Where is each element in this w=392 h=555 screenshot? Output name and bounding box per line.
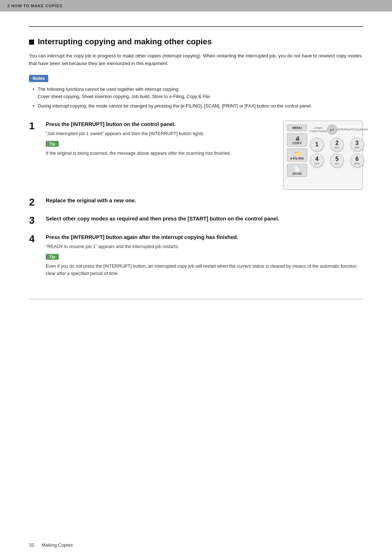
step-3-number: 3: [29, 215, 40, 226]
scan-button: 📄 SCAN: [287, 164, 307, 177]
menu-label: MENU: [289, 126, 305, 130]
section-title-text: Interrupting copying and making other co…: [38, 37, 212, 46]
efiling-button: 📁 e-FILING: [287, 149, 307, 162]
header-bar-text: 2 HOW TO MAKE COPIES: [7, 4, 62, 8]
notes-section: Notes The following functions cannot be …: [29, 75, 363, 112]
step-3: 3 Select other copy modes as required an…: [29, 215, 363, 226]
footer-chapter: Making Copies: [41, 542, 73, 548]
efiling-label: e-FILING: [289, 157, 305, 160]
key-1: 1: [310, 138, 324, 151]
key-6: 6MNO: [350, 154, 364, 167]
footer: 32 Making Copies: [0, 542, 392, 555]
interrupt-button: ↩: [327, 125, 337, 135]
bottom-divider: [29, 299, 363, 299]
scan-icon: 📄: [289, 166, 305, 172]
scan-label: SCAN: [289, 172, 305, 175]
step-4-title: Press the [INTERRUPT] button again after…: [46, 234, 363, 241]
step-2-number: 2: [29, 197, 40, 208]
step-4-number: 4: [29, 234, 40, 245]
header-bar: 2 HOW TO MAKE COPIES: [0, 0, 392, 12]
page: 2 HOW TO MAKE COPIES Interrupting copyin…: [0, 0, 392, 555]
copy-button: 🖨 COPY: [287, 133, 307, 146]
top-divider: [29, 26, 363, 27]
list-item: The following functions cannot be used t…: [33, 86, 363, 100]
step-3-content: Select other copy modes as required and …: [46, 215, 363, 224]
step-1-body: "Job interrupted job 1 saved" appears an…: [46, 130, 276, 137]
panel-left: MENU 🖨 COPY 📁 e-FILING: [287, 125, 307, 186]
menu-button: MENU: [287, 125, 307, 131]
tip-4-text: Even if you do not press the [INTERRUPT]…: [46, 263, 363, 277]
panel-right: USERFUNCTIONS ↩ INTERRUPT COUNTER 1 2ABC…: [310, 125, 368, 186]
step-1: 1 Press the [INTERRUPT] button on the co…: [29, 121, 363, 190]
control-panel-image: MENU 🖨 COPY 📁 e-FILING: [283, 121, 363, 190]
tip-1-text: If the original is being scanned, the me…: [46, 150, 276, 157]
footer-page-number: 32: [29, 542, 34, 548]
step-4-content: Press the [INTERRUPT] button again after…: [46, 234, 363, 277]
list-item: During interrupt copying, the mode canno…: [33, 102, 363, 110]
steps-container: 1 Press the [INTERRUPT] button on the co…: [29, 121, 363, 285]
step-3-title: Select other copy modes as required and …: [46, 215, 363, 222]
key-4: 4GHI: [310, 154, 324, 167]
step-2-title: Replace the original with a new one.: [46, 197, 363, 204]
intro-text: You can interrupt the copy job in progre…: [29, 52, 363, 68]
section-title: Interrupting copying and making other co…: [29, 37, 363, 46]
interrupt-label: INTERRUPT: [337, 128, 354, 131]
step-1-title: Press the [INTERRUPT] button on the cont…: [46, 121, 276, 128]
keypad: 1 2ABC 3DEF 4GHI 5JKL 6MNO: [310, 138, 368, 167]
step-4: 4 Press the [INTERRUPT] button again aft…: [29, 234, 363, 277]
step-1-content: Press the [INTERRUPT] button on the cont…: [46, 121, 363, 190]
step-2-content: Replace the original with a new one.: [46, 197, 363, 206]
key-5: 5JKL: [330, 154, 344, 167]
step-1-number: 1: [29, 121, 40, 132]
content: Interrupting copying and making other co…: [0, 12, 392, 542]
key-3: 3DEF: [350, 138, 364, 151]
black-square-icon: [29, 40, 34, 45]
notes-list: The following functions cannot be used t…: [29, 86, 363, 110]
user-label: USERFUNCTIONS: [310, 126, 327, 133]
key-2: 2ABC: [330, 138, 344, 151]
efiling-icon: 📁: [289, 151, 305, 157]
counter-label: COUNTER: [354, 128, 368, 131]
copy-icon: 🖨: [289, 135, 305, 141]
tip-4-badge: Tip: [46, 254, 59, 260]
panel-top-row: USERFUNCTIONS ↩ INTERRUPT COUNTER: [310, 125, 368, 135]
step-4-body: "READY to resume job 1" appears and the …: [46, 243, 363, 250]
tip-1-badge: Tip: [46, 141, 59, 147]
copy-label: COPY: [289, 141, 305, 145]
notes-badge: Notes: [29, 75, 48, 82]
step-2: 2 Replace the original with a new one.: [29, 197, 363, 208]
